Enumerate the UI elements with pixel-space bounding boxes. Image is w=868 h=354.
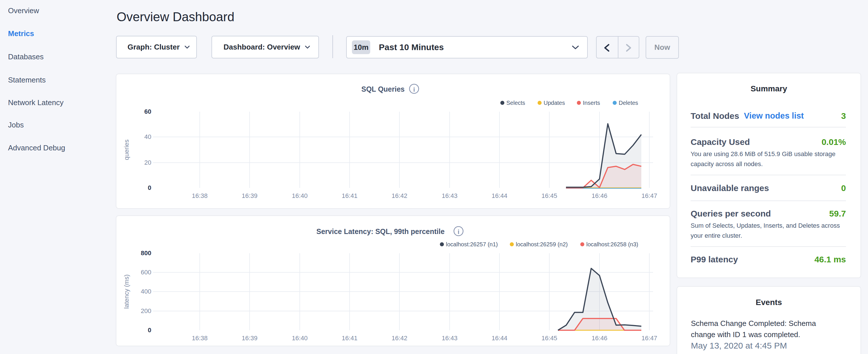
svg-text:16:47: 16:47: [641, 192, 657, 199]
svg-text:localhost:26257 (n1): localhost:26257 (n1): [446, 241, 498, 248]
svg-text:16:45: 16:45: [541, 334, 557, 342]
svg-text:400: 400: [141, 288, 151, 295]
svg-text:20: 20: [145, 159, 151, 166]
svg-text:0: 0: [148, 326, 151, 334]
svg-text:16:41: 16:41: [342, 192, 358, 199]
svg-text:latency (ms): latency (ms): [123, 275, 130, 309]
svg-text:i: i: [458, 228, 459, 235]
svg-text:16:40: 16:40: [292, 192, 308, 199]
svg-text:16:44: 16:44: [492, 192, 507, 199]
svg-text:16:41: 16:41: [342, 334, 358, 342]
svg-text:600: 600: [141, 269, 151, 276]
svg-text:16:42: 16:42: [392, 192, 407, 199]
svg-text:16:38: 16:38: [192, 192, 208, 199]
svg-text:Inserts: Inserts: [583, 100, 600, 106]
svg-text:Selects: Selects: [506, 100, 525, 106]
svg-text:Service Latency: SQL, 99th per: Service Latency: SQL, 99th percentile: [316, 227, 444, 235]
svg-text:800: 800: [141, 250, 151, 257]
svg-text:16:45: 16:45: [541, 192, 557, 199]
svg-text:16:43: 16:43: [442, 334, 457, 342]
svg-text:16:46: 16:46: [591, 192, 607, 199]
svg-text:Deletes: Deletes: [619, 100, 638, 106]
svg-text:16:44: 16:44: [492, 334, 507, 342]
svg-text:16:47: 16:47: [641, 334, 657, 342]
svg-text:Updates: Updates: [544, 100, 565, 106]
svg-text:16:43: 16:43: [442, 192, 457, 199]
svg-text:200: 200: [141, 307, 151, 315]
svg-text:16:39: 16:39: [242, 334, 257, 342]
svg-text:16:38: 16:38: [192, 334, 208, 342]
svg-text:60: 60: [145, 108, 151, 115]
svg-text:queries: queries: [123, 139, 130, 160]
svg-text:16:40: 16:40: [292, 334, 308, 342]
svg-text:16:39: 16:39: [242, 192, 257, 199]
svg-text:localhost:26259 (n2): localhost:26259 (n2): [516, 241, 568, 248]
svg-text:40: 40: [145, 133, 151, 140]
svg-text:16:42: 16:42: [392, 334, 407, 342]
svg-text:localhost:26258 (n3): localhost:26258 (n3): [586, 241, 638, 248]
svg-text:16:46: 16:46: [591, 334, 607, 342]
svg-text:0: 0: [148, 184, 151, 191]
